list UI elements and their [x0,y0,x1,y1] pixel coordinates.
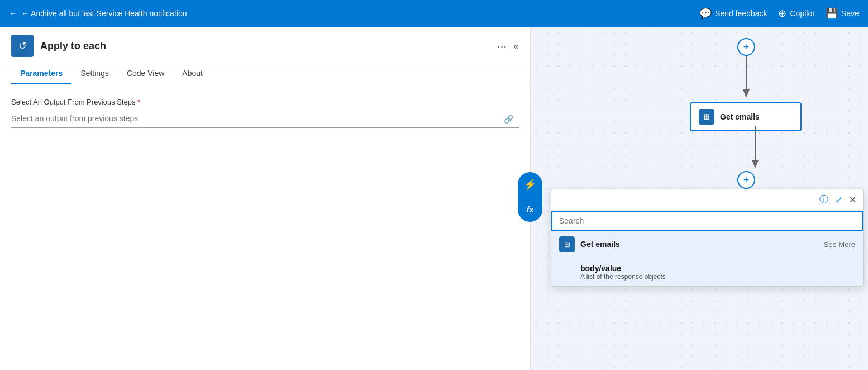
lightning-icon: ⚡ [524,178,536,191]
get-emails-node[interactable]: ⊞ Get emails [690,102,802,131]
topbar: ← ← Archive all but last Service Health … [0,0,868,27]
panel-content: Select An Output From Previous Steps * 🔗 [0,84,530,370]
svg-marker-1 [743,89,750,98]
page-title: ← Archive all but last Service Health no… [21,9,187,18]
dropdown-section-icon: ⊞ [559,236,575,252]
collapse-button[interactable]: « [513,40,519,52]
get-emails-label: Get emails [720,112,760,121]
panel-title: Apply to each [40,40,106,52]
required-star: * [137,98,140,106]
topbar-actions: 💬 Send feedback ⊕ Copilot 💾 Save [699,7,859,20]
lightning-button[interactable]: ⚡ [518,172,542,197]
add-circle-bottom[interactable]: + [737,171,755,189]
tab-code-view[interactable]: Code View [118,63,173,84]
add-circle-top[interactable]: + [737,38,755,56]
float-buttons: ⚡ fx [518,172,542,224]
copilot-icon: ⊕ [778,7,786,20]
dropdown-item-title: body/value [580,264,855,273]
dropdown-section-label: Get emails [580,240,818,249]
dropdown-topbar: ⓘ ⤢ ✕ [551,189,863,211]
dropdown-close-button[interactable]: ✕ [849,195,856,205]
back-icon: ← [9,9,17,18]
panel-header: ↺ Apply to each ··· « [0,27,530,63]
save-icon: 💾 [826,7,838,20]
dropdown-search-input[interactable] [551,211,863,231]
panel-header-left: ↺ Apply to each [11,35,106,57]
tab-settings[interactable]: Settings [71,63,118,84]
copilot-button[interactable]: ⊕ Copilot [778,7,814,20]
tab-bar: Parameters Settings Code View About [0,63,530,84]
feedback-icon: 💬 [699,7,712,20]
svg-marker-3 [752,160,759,168]
send-feedback-button[interactable]: 💬 Send feedback [699,7,767,20]
field-wrapper: 🔗 [11,110,519,128]
panel-header-right: ··· « [497,40,519,53]
save-button[interactable]: 💾 Save [826,7,859,20]
tab-parameters[interactable]: Parameters [11,63,71,84]
fx-icon: fx [527,205,533,214]
dropdown-expand-button[interactable]: ⤢ [835,195,842,205]
dropdown-info-button[interactable]: ⓘ [819,194,828,206]
dropdown-section-header: ⊞ Get emails See More [551,231,863,258]
apply-to-each-icon: ↺ [11,35,34,57]
left-panel: ↺ Apply to each ··· « Parameters Setting… [0,27,531,370]
field-label: Select An Output From Previous Steps * [11,98,519,106]
fx-button[interactable]: fx [518,197,542,222]
connector-line-top [737,56,756,101]
dropdown-item-body-value[interactable]: body/value A list of the response object… [551,258,863,286]
see-more-button[interactable]: See More [824,240,855,249]
tab-about[interactable]: About [173,63,212,84]
dropdown-item-description: A list of the response objects [580,273,855,281]
link-icon: 🔗 [504,115,513,124]
output-select-input[interactable] [11,110,519,128]
back-button[interactable]: ← ← Archive all but last Service Health … [9,9,187,18]
dropdown-panel: ⓘ ⤢ ✕ ⊞ Get emails See More body/value A… [551,189,864,287]
connector-line-bottom [746,126,765,171]
main-layout: ↺ Apply to each ··· « Parameters Setting… [0,27,868,370]
right-panel: + ⊞ Get emails + ⓘ ⤢ ✕ [531,27,868,370]
get-emails-icon: ⊞ [699,109,714,125]
more-options-button[interactable]: ··· [497,40,507,53]
